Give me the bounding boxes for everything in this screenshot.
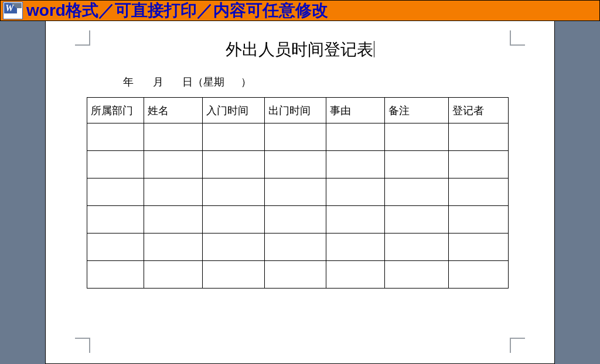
crop-mark-icon [510,338,525,353]
table-row[interactable] [87,233,509,261]
cell[interactable] [449,261,509,289]
cell[interactable] [203,178,265,206]
table-row[interactable] [87,178,509,206]
document-page[interactable]: 外出人员时间登记表 年 月 日（星期） 所属部门 姓名 入门时间 出门时间 事由… [45,21,555,364]
cell[interactable] [449,233,509,261]
cell[interactable] [87,261,144,289]
col-name[interactable]: 姓名 [144,98,203,123]
cell[interactable] [203,233,265,261]
banner-text: word格式／可直接打印／内容可任意修改 [26,0,328,22]
cell[interactable] [203,151,265,178]
cell[interactable] [326,151,385,178]
cell[interactable] [264,233,326,261]
cell[interactable] [144,178,203,206]
cell[interactable] [449,178,509,206]
cell[interactable] [264,123,326,151]
table-row[interactable] [87,123,509,151]
title-text[interactable]: 外出人员时间登记表 [226,40,373,59]
col-entry-time[interactable]: 入门时间 [203,98,265,123]
cell[interactable] [87,178,144,206]
day-label[interactable]: 日 [182,76,193,88]
cell[interactable] [144,206,203,233]
month-label[interactable]: 月 [153,76,163,88]
cell[interactable] [384,261,449,289]
cell[interactable] [203,206,265,233]
table-row[interactable] [87,261,509,289]
cell[interactable] [326,261,385,289]
cell[interactable] [384,178,449,206]
date-line[interactable]: 年 月 日（星期） [107,75,513,89]
top-banner: W word格式／可直接打印／内容可任意修改 [0,0,600,21]
cell[interactable] [144,233,203,261]
cell[interactable] [203,261,265,289]
cell[interactable] [326,206,385,233]
page-area: 外出人员时间登记表 年 月 日（星期） 所属部门 姓名 入门时间 出门时间 事由… [0,21,600,364]
word-document-icon: W [3,2,23,19]
cell[interactable] [449,151,509,178]
cell[interactable] [264,261,326,289]
cell[interactable] [384,151,449,178]
year-label[interactable]: 年 [123,76,134,88]
table-row[interactable] [87,206,509,233]
col-reason[interactable]: 事由 [326,98,385,123]
text-cursor-icon [374,41,374,57]
cell[interactable] [264,206,326,233]
cell[interactable] [384,123,449,151]
crop-mark-icon [75,338,90,353]
document-content[interactable]: 外出人员时间登记表 年 月 日（星期） 所属部门 姓名 入门时间 出门时间 事由… [87,39,513,289]
cell[interactable] [326,233,385,261]
table-header-row: 所属部门 姓名 入门时间 出门时间 事由 备注 登记者 [87,98,509,123]
col-registrar[interactable]: 登记者 [449,98,509,123]
cell[interactable] [144,123,203,151]
registration-table[interactable]: 所属部门 姓名 入门时间 出门时间 事由 备注 登记者 [87,97,509,289]
cell[interactable] [326,178,385,206]
col-department[interactable]: 所属部门 [87,98,144,123]
col-remark[interactable]: 备注 [384,98,449,123]
cell[interactable] [87,206,144,233]
cell[interactable] [449,123,509,151]
cell[interactable] [264,151,326,178]
document-title[interactable]: 外出人员时间登记表 [226,39,374,61]
cell[interactable] [87,151,144,178]
cell[interactable] [264,178,326,206]
cell[interactable] [326,123,385,151]
cell[interactable] [144,261,203,289]
cell[interactable] [203,123,265,151]
cell[interactable] [384,233,449,261]
cell[interactable] [87,233,144,261]
cell[interactable] [87,123,144,151]
word-icon-letter: W [5,2,13,14]
cell[interactable] [144,151,203,178]
weekday-close[interactable]: ） [241,76,251,88]
col-exit-time[interactable]: 出门时间 [264,98,326,123]
cell[interactable] [449,206,509,233]
table-row[interactable] [87,151,509,178]
cell[interactable] [384,206,449,233]
table-body [87,123,509,289]
weekday-open[interactable]: （星期 [193,76,224,88]
